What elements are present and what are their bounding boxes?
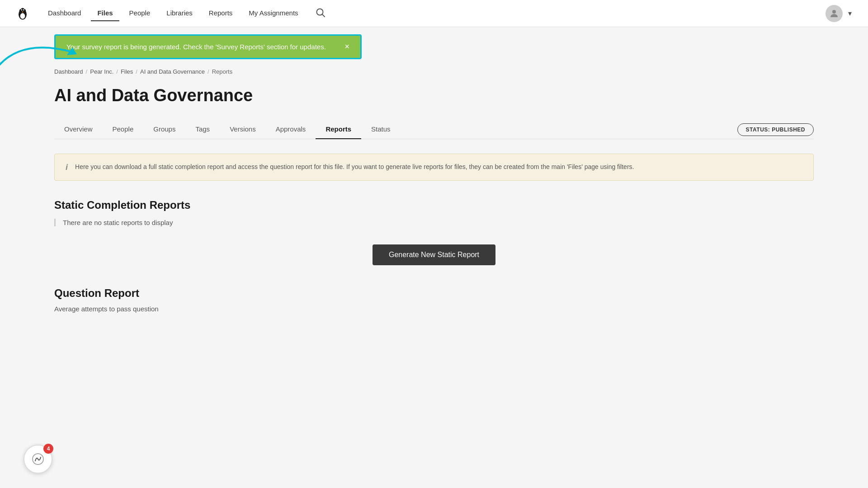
nav-links: Dashboard Files People Libraries Reports… — [42, 5, 826, 21]
notification-area: Your survey report is being generated. C… — [54, 27, 814, 63]
breadcrumb: Dashboard / Pear Inc. / Files / AI and D… — [54, 63, 814, 79]
page-title: AI and Data Governance — [54, 86, 814, 105]
notification-banner: Your survey report is being generated. C… — [54, 34, 362, 59]
breadcrumb-pear-inc[interactable]: Pear Inc. — [90, 68, 113, 75]
search-icon[interactable] — [316, 8, 326, 19]
breadcrumb-ai-governance[interactable]: AI and Data Governance — [140, 68, 205, 75]
app-logo[interactable] — [14, 5, 31, 22]
notification-close-button[interactable]: × — [344, 42, 349, 52]
nav-my-assignments[interactable]: My Assignments — [242, 5, 304, 21]
info-text: Here you can download a full static comp… — [75, 162, 634, 172]
info-icon: i — [66, 163, 68, 172]
main-content: Your survey report is being generated. C… — [0, 27, 868, 488]
nav-reports[interactable]: Reports — [203, 5, 239, 21]
svg-point-5 — [21, 9, 22, 10]
nav-right: ▾ — [826, 5, 854, 22]
nav-people[interactable]: People — [123, 5, 157, 21]
generate-new-static-report-button[interactable]: Generate New Static Report — [373, 244, 495, 265]
svg-point-1 — [20, 13, 25, 19]
tab-tags[interactable]: Tags — [185, 120, 220, 139]
breadcrumb-sep-3: / — [136, 68, 137, 75]
tab-approvals[interactable]: Approvals — [266, 120, 316, 139]
generate-button-area: Generate New Static Report — [54, 244, 814, 265]
static-reports-title: Static Completion Reports — [54, 199, 814, 211]
floating-badge: 4 — [43, 444, 53, 454]
tabs-bar: Overview People Groups Tags Versions App… — [54, 120, 814, 139]
question-report-title: Question Report — [54, 287, 814, 300]
top-nav: Dashboard Files People Libraries Reports… — [0, 0, 868, 27]
tab-groups[interactable]: Groups — [143, 120, 185, 139]
nav-dashboard[interactable]: Dashboard — [42, 5, 87, 21]
breadcrumb-files[interactable]: Files — [121, 68, 133, 75]
svg-point-7 — [22, 11, 24, 12]
svg-line-9 — [322, 14, 325, 17]
breadcrumb-current: Reports — [212, 68, 233, 75]
status-badge: STATUS: PUBLISHED — [737, 123, 814, 136]
tab-reports[interactable]: Reports — [316, 120, 361, 139]
nav-files[interactable]: Files — [91, 5, 119, 21]
tab-overview[interactable]: Overview — [54, 120, 103, 139]
svg-point-10 — [832, 10, 836, 14]
svg-point-6 — [23, 9, 24, 10]
breadcrumb-sep-1: / — [86, 68, 88, 75]
breadcrumb-sep-4: / — [208, 68, 209, 75]
breadcrumb-dashboard[interactable]: Dashboard — [54, 68, 83, 75]
nav-libraries[interactable]: Libraries — [160, 5, 199, 21]
left-border-line: There are no static reports to display — [54, 219, 814, 226]
floating-action-button[interactable]: 4 — [24, 445, 52, 474]
avg-attempts-text: Average attempts to pass question — [54, 305, 814, 313]
tab-people[interactable]: People — [103, 120, 144, 139]
tab-versions[interactable]: Versions — [220, 120, 266, 139]
info-box: i Here you can download a full static co… — [54, 154, 814, 181]
no-reports-text: There are no static reports to display — [63, 219, 814, 226]
avatar[interactable] — [826, 5, 843, 22]
status-badge-area: STATUS: PUBLISHED — [737, 125, 814, 133]
chevron-down-icon[interactable]: ▾ — [846, 7, 854, 19]
notification-text: Your survey report is being generated. C… — [66, 43, 326, 51]
tab-status[interactable]: Status — [361, 120, 401, 139]
breadcrumb-sep-2: / — [116, 68, 118, 75]
